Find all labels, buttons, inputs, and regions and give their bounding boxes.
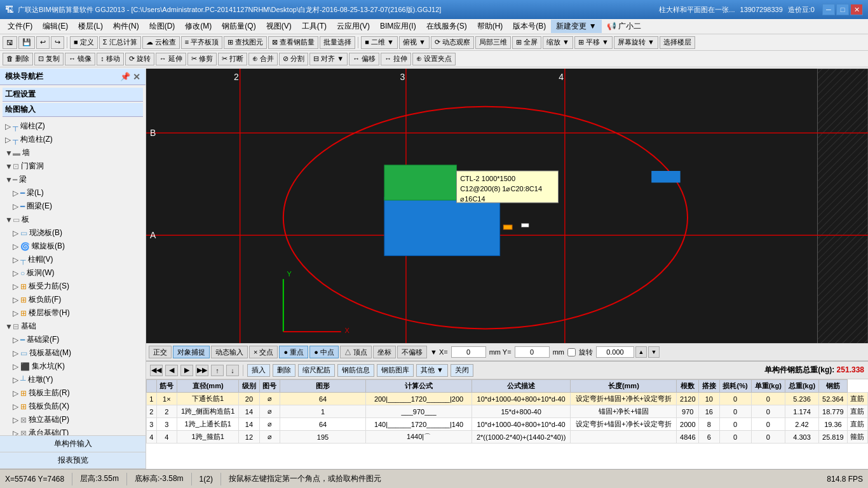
tbl-insert[interactable]: 插入 xyxy=(247,364,270,377)
sidebar-item-found-beam[interactable]: ▷ ━ 基础梁(F) xyxy=(3,333,143,346)
table-row[interactable]: 331跨_上通长筋114⌀64140|______1720______|1401… xyxy=(147,418,868,431)
tbl-delete[interactable]: 删除 xyxy=(273,364,295,377)
table-row[interactable]: 11×下通长筋120⌀64200|______1720______|20010*… xyxy=(147,393,868,405)
snap-object[interactable]: 对象捕捉 xyxy=(173,346,210,358)
tb-batch-select[interactable]: 批量选择 xyxy=(320,36,355,49)
y-coord-input[interactable] xyxy=(515,346,550,358)
nav-next[interactable]: ▶ xyxy=(180,365,193,376)
sidebar-item-end-column[interactable]: ▷ ┬ 端柱(Z) xyxy=(3,119,143,133)
tb-zoom[interactable]: 缩放 ▼ xyxy=(543,36,573,49)
menu-help[interactable]: 帮助(H) xyxy=(472,20,508,33)
pb-offset[interactable]: ↔ 偏移 xyxy=(349,53,379,65)
sidebar-item-cast-slab[interactable]: ▷ ▭ 现浇板(B) xyxy=(3,226,143,240)
menu-modify[interactable]: 修改(M) xyxy=(180,20,217,33)
rotate-input[interactable] xyxy=(596,346,634,358)
sidebar-item-raft[interactable]: ▷ ▭ 筏板基础(M) xyxy=(3,346,143,360)
tb-summarize[interactable]: Σ 汇总计算 xyxy=(99,36,141,49)
sidebar-item-floor-band[interactable]: ▷ ⊞ 楼层板带(H) xyxy=(3,306,143,320)
sidebar-item-beam[interactable]: ▼ ━ 梁 xyxy=(3,173,143,186)
sidebar-item-isolated-found[interactable]: ▷ ⊠ 独立基础(P) xyxy=(3,413,143,426)
sidebar-item-spiral-slab[interactable]: ▷ 🌀 螺旋板(B) xyxy=(3,240,143,253)
sidebar-item-slab[interactable]: ▼ ▭ 板 xyxy=(3,213,143,226)
nav-first[interactable]: ◀◀ xyxy=(150,365,163,376)
beam-rect-blue[interactable] xyxy=(384,197,500,255)
beam-rect-green[interactable] xyxy=(384,165,457,200)
tb-find[interactable]: ⊞ 查找图元 xyxy=(224,36,267,49)
tb-2d[interactable]: ■ 二维 ▼ xyxy=(361,36,398,49)
pb-setvert[interactable]: ⊕ 设置夹点 xyxy=(412,53,456,65)
sidebar-item-slab-rebar[interactable]: ▷ ⊞ 板受力筋(S) xyxy=(3,280,143,293)
sidebar-item-drawing-input[interactable]: 绘图输入 xyxy=(3,103,143,117)
sidebar-item-engineering-setup[interactable]: 工程设置 xyxy=(3,88,143,102)
pb-mirror[interactable]: ↔ 镜像 xyxy=(65,53,95,65)
tbl-close[interactable]: 关闭 xyxy=(451,364,473,377)
tb-dynamic[interactable]: ⟳ 动态观察 xyxy=(431,36,474,49)
rotate-up[interactable]: ▲ xyxy=(635,346,647,358)
nav-up[interactable]: ↑ xyxy=(211,365,224,376)
minimize-button[interactable]: ─ xyxy=(822,4,835,15)
snap-midweight[interactable]: ● 重点 xyxy=(279,346,308,358)
tb-fullscreen[interactable]: ⊞ 全屏 xyxy=(512,36,541,49)
snap-coord[interactable]: 坐标 xyxy=(373,346,396,358)
menu-new-change[interactable]: 新建变更 ▼ xyxy=(551,20,601,33)
table-row[interactable]: 221跨_侧面构造筋114⌀1___970___15*d+800-40锚固+净长… xyxy=(147,405,868,418)
rotate-down[interactable]: ▼ xyxy=(648,346,660,358)
menu-file[interactable]: 文件(F) xyxy=(3,20,37,33)
tb-open[interactable]: 🖫 xyxy=(3,36,17,49)
single-component-btn[interactable]: 单构件输入 xyxy=(0,436,146,452)
menu-online[interactable]: 在线服务(S) xyxy=(421,20,472,33)
tbl-scale-rebar[interactable]: 缩尺配筋 xyxy=(298,364,335,377)
nav-last[interactable]: ▶▶ xyxy=(196,365,208,376)
nav-prev[interactable]: ◀ xyxy=(165,365,178,376)
sidebar-item-ring-beam[interactable]: ▷ ━ 圈梁(E) xyxy=(3,200,143,213)
tb-undo[interactable]: ↩ xyxy=(36,36,50,49)
tb-select-floor[interactable]: 选择楼层 xyxy=(660,36,695,49)
tb-screen-rotate[interactable]: 屏幕旋转 ▼ xyxy=(614,36,658,49)
menu-element[interactable]: 构件(N) xyxy=(108,20,144,33)
tbl-rebar-info[interactable]: 钢筋信息 xyxy=(337,364,374,377)
menu-tools[interactable]: 工具(T) xyxy=(297,20,332,33)
pb-stretch[interactable]: ↔ 拉伸 xyxy=(381,53,411,65)
sidebar-item-raft-neg[interactable]: ▷ ⊞ 筏板负筋(X) xyxy=(3,400,143,413)
sidebar-item-neg-rebar[interactable]: ▷ ⊞ 板负筋(F) xyxy=(3,293,143,306)
tb-define[interactable]: ■ 定义 xyxy=(70,36,98,49)
snap-dynamic[interactable]: 动态输入 xyxy=(211,346,248,358)
sidebar-item-col-pier[interactable]: ▷ ┴ 柱墩(Y) xyxy=(3,373,143,386)
tb-top-view[interactable]: 俯视 ▼ xyxy=(399,36,430,49)
sidebar-item-wall[interactable]: ▼ ▬ 墙 xyxy=(3,146,143,159)
pb-trim[interactable]: ✂ 修剪 xyxy=(187,53,217,65)
sidebar-item-slab-hole[interactable]: ▷ ○ 板洞(W) xyxy=(3,266,143,280)
tb-cloud-check[interactable]: ☁ 云检查 xyxy=(142,36,180,49)
close-button[interactable]: ✕ xyxy=(850,4,863,15)
snap-vertex[interactable]: △ 顶点 xyxy=(340,346,372,358)
rotate-checkbox[interactable] xyxy=(567,348,576,356)
tb-save[interactable]: 💾 xyxy=(18,36,35,49)
tb-view-rebar[interactable]: ⊠ 查看钢筋量 xyxy=(268,36,318,49)
sidebar-item-cap-found[interactable]: ▷ ⊠ 承台基础(T) xyxy=(3,426,143,435)
pb-copy[interactable]: ⊡ 复制 xyxy=(34,53,64,65)
canvas-area[interactable]: 2 3 4 B A CTL-2 1000*1500 C12@200(8) 1⌀C… xyxy=(146,69,868,361)
pb-move[interactable]: ↕ 移动 xyxy=(97,53,124,65)
sidebar-item-col-cap[interactable]: ▷ ┬ 柱帽(V) xyxy=(3,253,143,266)
pb-delete[interactable]: 🗑 删除 xyxy=(3,53,33,65)
x-coord-input[interactable] xyxy=(451,346,486,358)
snap-no-offset[interactable]: 不偏移 xyxy=(397,346,427,358)
pb-rotate[interactable]: ⟳ 旋转 xyxy=(125,53,154,65)
sidebar-item-raft-main[interactable]: ▷ ⊞ 筏板主筋(R) xyxy=(3,386,143,400)
maximize-button[interactable]: □ xyxy=(836,4,849,15)
table-row[interactable]: 441跨_箍筋112⌀1951440|⌒2*((1000-2*40)+(1440… xyxy=(147,431,868,444)
menu-view[interactable]: 视图(V) xyxy=(261,20,297,33)
tb-redo[interactable]: ↪ xyxy=(51,36,64,49)
sidebar-item-construct-column[interactable]: ▷ ┬ 构造柱(Z) xyxy=(3,133,143,146)
sidebar-item-beam-L[interactable]: ▷ ━ 梁(L) xyxy=(3,186,143,200)
tb-pan[interactable]: ⊞ 平移 ▼ xyxy=(574,36,613,49)
tb-partial-3d[interactable]: 局部三维 xyxy=(475,36,511,49)
pb-break[interactable]: ✂ 打断 xyxy=(218,53,247,65)
menu-rebar-qty[interactable]: 钢筋量(Q) xyxy=(217,20,261,33)
menu-draw[interactable]: 绘图(D) xyxy=(144,20,180,33)
sidebar-pin[interactable]: 📌 xyxy=(120,72,130,82)
menu-floor[interactable]: 楼层(L) xyxy=(73,20,108,33)
pb-merge[interactable]: ⊕ 合并 xyxy=(248,53,278,65)
sidebar-item-door-window[interactable]: ▼ ⊡ 门窗洞 xyxy=(3,159,143,173)
pb-extend[interactable]: ↔ 延伸 xyxy=(156,53,186,65)
